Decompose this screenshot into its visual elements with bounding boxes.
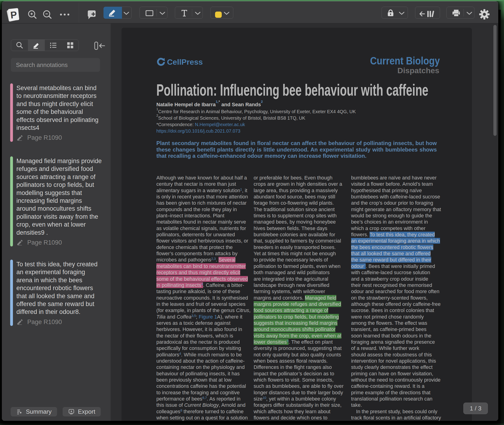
svg-text:P: P [10,9,18,20]
